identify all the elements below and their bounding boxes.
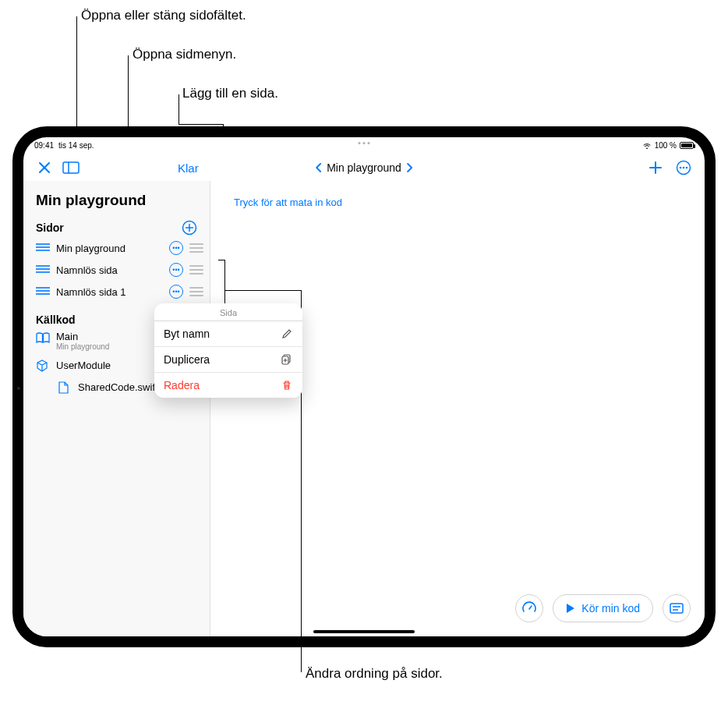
bottom-bar: Kör min kod: [515, 594, 691, 622]
run-code-button[interactable]: Kör min kod: [553, 594, 653, 622]
main-label: Main: [56, 331, 109, 342]
top-toolbar: Klar Min playground: [23, 154, 705, 181]
chevron-right-icon: [406, 163, 412, 172]
sidebar: Min playground Sidor Min playground •••: [23, 181, 210, 636]
done-button[interactable]: Klar: [178, 161, 199, 175]
duplicate-icon: [281, 353, 293, 366]
swift-file-icon: [58, 381, 72, 392]
battery-icon: [680, 142, 694, 149]
status-time: 09:41: [34, 141, 54, 150]
trash-icon: [281, 379, 293, 391]
center-nav[interactable]: Min playground: [316, 161, 412, 174]
toggle-sidebar-button[interactable]: [61, 158, 81, 178]
camera-dot: [17, 387, 20, 390]
menu-duplicate-label: Duplicera: [164, 353, 210, 366]
module-icon: [36, 360, 50, 370]
wifi-icon: [642, 142, 652, 149]
nav-title: Min playground: [327, 161, 401, 174]
page-row[interactable]: Min playground •••: [23, 237, 210, 259]
chevron-left-icon: [316, 163, 322, 172]
playground-title: Min playground: [23, 186, 210, 214]
book-icon: [36, 332, 50, 343]
svg-point-5: [686, 167, 688, 169]
svg-point-3: [680, 167, 682, 169]
editor-hint[interactable]: Tryck för att mata in kod: [234, 197, 342, 208]
drag-handle-icon[interactable]: [189, 265, 203, 275]
page-menu-button[interactable]: •••: [169, 241, 183, 255]
page-menu-button[interactable]: •••: [169, 263, 183, 277]
callout-line: [224, 290, 301, 291]
page-row[interactable]: Namnlös sida 1 •••: [23, 281, 210, 303]
page-menu-button[interactable]: •••: [169, 285, 183, 299]
speed-gauge-button[interactable]: [515, 594, 543, 622]
callout-toggle-sidebar: Öppna eller stäng sidofältet.: [81, 8, 246, 23]
source-label: Källkod: [36, 314, 76, 326]
page-context-menu: Sida Byt namn Duplicera Radera: [154, 303, 302, 398]
svg-rect-0: [63, 162, 79, 173]
callout-line: [178, 94, 179, 125]
svg-line-16: [529, 606, 532, 609]
svg-rect-17: [670, 604, 683, 613]
menu-delete[interactable]: Radera: [154, 373, 302, 398]
callout-open-pagemenu: Öppna sidmenyn.: [133, 47, 236, 62]
status-bar: 09:41 tis 14 sep. 100 %: [23, 137, 705, 153]
callout-line: [178, 124, 224, 125]
callouts-region: Öppna eller stäng sidofältet. Öppna sidm…: [0, 0, 728, 140]
page-icon: [36, 243, 50, 253]
page-label: Namnlös sida: [56, 264, 163, 276]
home-indicator[interactable]: [313, 630, 415, 633]
play-icon: [566, 603, 575, 614]
ipad-frame: 09:41 tis 14 sep. 100 % Klar Min playgro…: [12, 126, 716, 647]
run-label: Kör min kod: [581, 602, 640, 615]
close-button[interactable]: [34, 158, 55, 178]
pages-label: Sidor: [36, 221, 64, 234]
menu-delete-label: Radera: [164, 379, 200, 391]
page-icon: [36, 286, 50, 297]
page-label: Namnlös sida 1: [56, 286, 163, 298]
add-button[interactable]: [645, 158, 666, 178]
editor-area[interactable]: Tryck för att mata in kod Kör min kod: [210, 181, 705, 636]
menu-duplicate[interactable]: Duplicera: [154, 347, 302, 373]
pencil-icon: [281, 328, 293, 340]
output-view-button[interactable]: [663, 594, 691, 622]
drag-handle-icon[interactable]: [189, 243, 203, 253]
screen: 09:41 tis 14 sep. 100 % Klar Min playgro…: [23, 137, 705, 636]
pages-section-header: Sidor: [23, 214, 210, 237]
more-button[interactable]: [673, 158, 694, 178]
menu-rename[interactable]: Byt namn: [154, 321, 302, 347]
callout-line: [128, 55, 129, 136]
add-page-button[interactable]: [182, 220, 197, 236]
svg-point-4: [683, 167, 685, 169]
callout-line: [224, 260, 225, 306]
status-date: tis 14 sep.: [58, 141, 94, 150]
page-row[interactable]: Namnlös sida •••: [23, 259, 210, 281]
menu-rename-label: Byt namn: [164, 328, 210, 340]
callout-add-page: Lägg till en sida.: [182, 86, 278, 101]
page-icon: [36, 264, 50, 275]
drag-handle-icon[interactable]: [189, 287, 203, 296]
main-sublabel: Min playground: [56, 342, 109, 351]
menu-title: Sida: [154, 303, 302, 321]
status-battery-pct: 100 %: [655, 141, 677, 150]
page-label: Min playground: [56, 243, 163, 254]
callout-line: [218, 260, 224, 260]
callout-reorder-pages: Ändra ordning på sidor.: [306, 666, 443, 682]
